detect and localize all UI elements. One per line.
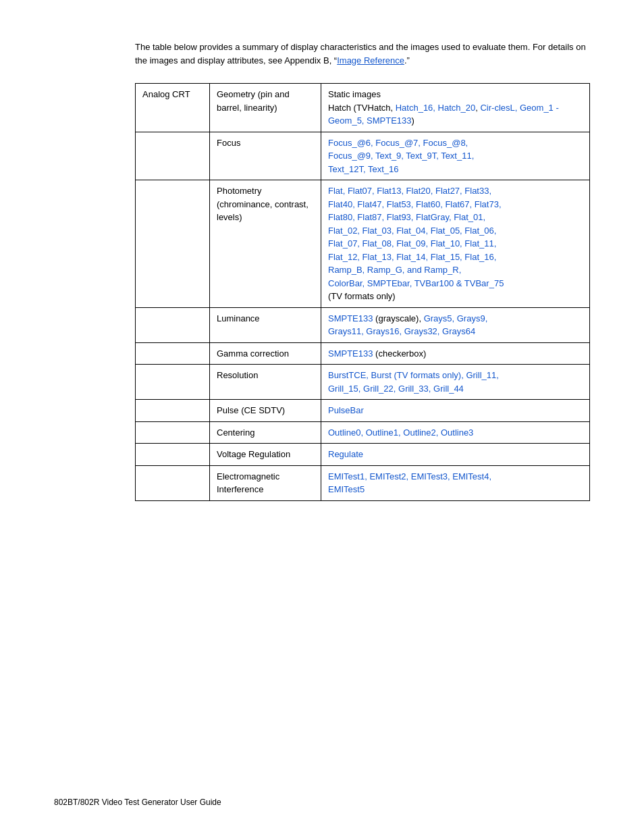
link-text: SMPTE133	[328, 348, 373, 359]
table-cell-col2: Geometry (pin and barrel, linearity)	[210, 84, 321, 132]
table-row: Gamma correction SMPTE133 (checkerbox)	[136, 342, 590, 365]
table-row: Analog CRT Geometry (pin and barrel, lin…	[136, 84, 590, 132]
link-text: BurstTCE, Burst (TV formats only), Grill…	[328, 370, 499, 394]
link-text: Regulate	[328, 449, 363, 459]
table-cell-col2: Photometry (chrominance, contrast, level…	[210, 180, 321, 308]
intro-text-2: .”	[404, 55, 410, 66]
table-cell-col3: Static images Hatch (TVHatch, Hatch_16, …	[321, 84, 590, 132]
footer-text: 802BT/802R Video Test Generator User Gui…	[54, 798, 221, 807]
table-cell-col1	[136, 400, 210, 422]
table-cell-col3: SMPTE133 (checkerbox)	[321, 342, 590, 365]
table-cell-col3: BurstTCE, Burst (TV formats only), Grill…	[321, 365, 590, 400]
table-cell-col2: Focus	[210, 132, 321, 180]
link-text: Focus_@6, Focus_@7, Focus_@8,Focus_@9, T…	[328, 138, 474, 174]
table-cell-col2: Luminance	[210, 307, 321, 342]
table-cell-col1	[136, 465, 210, 500]
table-row: Photometry (chrominance, contrast, level…	[136, 180, 590, 308]
page-content: The table below provides a summary of di…	[135, 41, 590, 501]
table-cell-col1	[136, 342, 210, 365]
table-row: Centering Outline0, Outline1, Outline2, …	[136, 421, 590, 444]
table-cell-col3: Outline0, Outline1, Outline2, Outline3	[321, 421, 590, 444]
table-cell-col3: Focus_@6, Focus_@7, Focus_@8,Focus_@9, T…	[321, 132, 590, 180]
table-row: Electromagnetic Interference EMITest1, E…	[136, 465, 590, 500]
table-cell-col2: Pulse (CE SDTV)	[210, 400, 321, 422]
table-cell-col2: Electromagnetic Interference	[210, 465, 321, 500]
table-cell-col1	[136, 132, 210, 180]
table-cell-col1	[136, 444, 210, 466]
link-text: Hatch_16, Hatch_20	[396, 103, 476, 113]
table-cell-col3: Regulate	[321, 444, 590, 466]
table-cell-col2: Resolution	[210, 365, 321, 400]
table-cell-col1	[136, 421, 210, 444]
table-cell-col1	[136, 307, 210, 342]
image-reference-link[interactable]: Image Reference	[337, 55, 404, 66]
footer: 802BT/802R Video Test Generator User Gui…	[54, 798, 221, 807]
table-cell-col3: PulseBar	[321, 400, 590, 422]
table-cell-col3: Flat, Flat07, Flat13, Flat20, Flat27, Fl…	[321, 180, 590, 308]
table-cell-col2: Voltage Regulation	[210, 444, 321, 466]
table-cell-col1: Analog CRT	[136, 84, 210, 132]
link-text: SMPTE133	[328, 313, 373, 323]
link-text: Flat, Flat07, Flat13, Flat20, Flat27, Fl…	[328, 186, 504, 288]
link-text: PulseBar	[328, 405, 364, 415]
link-text: Outline0, Outline1, Outline2, Outline3	[328, 427, 473, 438]
table-row: Resolution BurstTCE, Burst (TV formats o…	[136, 365, 590, 400]
characteristics-table: Analog CRT Geometry (pin and barrel, lin…	[135, 83, 590, 501]
table-row: Voltage Regulation Regulate	[136, 444, 590, 466]
table-cell-col3: SMPTE133 (grayscale), Grays5, Grays9,Gra…	[321, 307, 590, 342]
table-row: Focus Focus_@6, Focus_@7, Focus_@8,Focus…	[136, 132, 590, 180]
table-cell-col2: Centering	[210, 421, 321, 444]
table-cell-col1	[136, 365, 210, 400]
table-cell-col2: Gamma correction	[210, 342, 321, 365]
intro-paragraph: The table below provides a summary of di…	[135, 41, 590, 67]
table-row: Pulse (CE SDTV) PulseBar	[136, 400, 590, 422]
table-cell-col3: EMITest1, EMITest2, EMITest3, EMITest4,E…	[321, 465, 590, 500]
table-cell-col1	[136, 180, 210, 308]
table-row: Luminance SMPTE133 (grayscale), Grays5, …	[136, 307, 590, 342]
link-text: EMITest1, EMITest2, EMITest3, EMITest4,E…	[328, 471, 491, 495]
